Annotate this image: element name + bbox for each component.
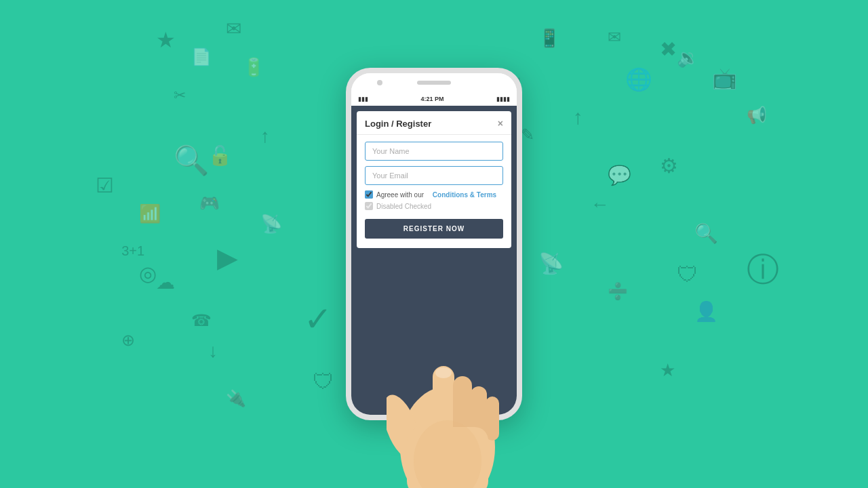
phone-camera [377, 80, 382, 85]
wifi2-icon: 📡 [538, 253, 564, 274]
status-battery: ▮▮▮▮ [496, 96, 510, 102]
chat-icon: 💬 [608, 166, 631, 185]
signal-icon: 📶 [139, 205, 161, 222]
zoom-plus-icon: ⊕ [121, 332, 135, 348]
minus-zoom-icon: 🔍 [694, 224, 718, 243]
phone-scene: ▮▮▮ 4:21 PM ▮▮▮▮ Login / Register × Your… [346, 68, 522, 420]
speaker-icon: 🔉 [677, 49, 698, 66]
svg-rect-6 [407, 427, 488, 488]
shield2-icon: 🛡 [677, 264, 698, 285]
name-field[interactable]: Your Name [365, 142, 503, 161]
play-icon: ▶ [217, 244, 238, 271]
modal-body: Your Name Your Email Agreee with our Con… [357, 135, 511, 248]
doc-icon: 📄 [191, 49, 212, 65]
error-icon: ✖ [660, 39, 677, 60]
phone-screen: Login / Register × Your Name Your Email … [351, 106, 517, 415]
star-icon: ★ [156, 29, 176, 51]
cloud-icon: ☁ [156, 273, 175, 292]
plug-icon: 🔌 [226, 390, 246, 407]
disabled-label: Disabled Checked [376, 203, 431, 210]
shield-check-icon: ✓ [304, 302, 332, 336]
star2-icon: ★ [660, 361, 675, 379]
terms-label-prefix: Agreee with our [376, 191, 424, 199]
divide-icon: ➗ [608, 283, 628, 300]
wifi-icon: 📡 [260, 215, 282, 232]
register-button[interactable]: REGISTER NOW [365, 219, 503, 239]
signal-bars: ▮▮▮ [358, 96, 368, 102]
monitor-icon: 📺 [712, 68, 737, 89]
terms-checkbox[interactable] [365, 190, 373, 199]
gear-icon: ⚙ [660, 156, 678, 176]
phone-notch [351, 73, 517, 92]
search-icon: 🔍 [174, 146, 209, 175]
shield-icon: 🛡 [313, 371, 334, 392]
login-modal: Login / Register × Your Name Your Email … [357, 111, 511, 248]
lock-open-icon: 🔓 [208, 146, 232, 165]
target-icon: ◎ [139, 264, 157, 284]
megaphone-icon: 📢 [747, 107, 767, 123]
left-arrow-icon: ← [590, 195, 609, 214]
status-signal: ▮▮▮ [358, 96, 368, 102]
mobile-icon: 📱 [538, 29, 560, 47]
pencil-icon: ✎ [521, 127, 534, 143]
phone-icon: ☎ [191, 312, 212, 329]
close-button[interactable]: × [498, 118, 503, 129]
phone-speaker [417, 81, 451, 85]
user-add-icon: 👤 [694, 302, 718, 321]
modal-header: Login / Register × [357, 111, 511, 135]
terms-checkbox-row: Agreee with our Conditions & Terms [365, 190, 503, 199]
email-field[interactable]: Your Email [365, 166, 503, 185]
disabled-checkbox [365, 202, 373, 210]
status-bar: ▮▮▮ 4:21 PM ▮▮▮▮ [351, 92, 517, 106]
gamepad-icon: 🎮 [199, 195, 220, 211]
battery-icon: 🔋 [243, 58, 264, 76]
modal-title: Login / Register [365, 119, 431, 129]
scissors-icon: ✂ [174, 88, 186, 103]
math-icon: 3+1 [121, 244, 144, 258]
envelope-icon: ✉ [608, 29, 621, 45]
phone-body: ▮▮▮ 4:21 PM ▮▮▮▮ Login / Register × Your… [346, 68, 522, 420]
info-icon: ⓘ [747, 253, 779, 286]
battery-indicator: ▮▮▮▮ [496, 96, 510, 102]
down-arrow-icon: ↓ [208, 342, 218, 361]
check-icon: ☑ [96, 176, 114, 196]
svg-point-8 [414, 420, 481, 488]
up-arrow-icon: ↑ [260, 127, 270, 146]
disabled-checkbox-row: Disabled Checked [365, 202, 503, 210]
arrow-up-icon: ↑ [573, 107, 583, 127]
terms-link[interactable]: Conditions & Terms [433, 191, 496, 199]
mail-icon: ✉ [226, 20, 241, 39]
status-time: 4:21 PM [420, 96, 443, 102]
globe-icon: 🌐 [625, 68, 652, 90]
